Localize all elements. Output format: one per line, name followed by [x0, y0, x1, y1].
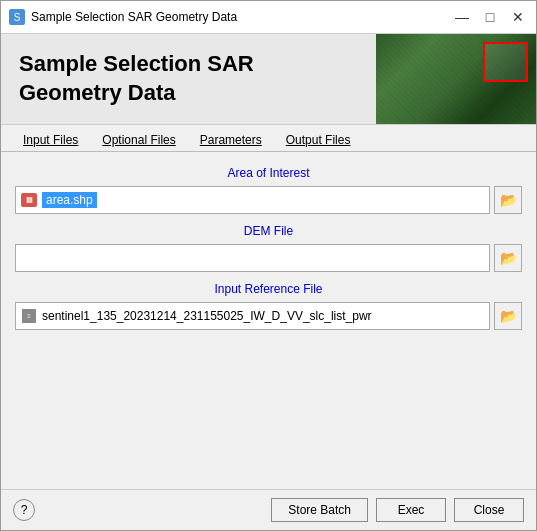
input-reference-input[interactable]: ≡ sentinel1_135_20231214_231155025_IW_D_…: [15, 302, 490, 330]
input-reference-row: ≡ sentinel1_135_20231214_231155025_IW_D_…: [15, 302, 522, 330]
browse-folder-icon: 📂: [500, 192, 517, 208]
minimize-button[interactable]: —: [452, 7, 472, 27]
area-of-interest-label: Area of Interest: [15, 166, 522, 180]
footer-left: ?: [13, 499, 35, 521]
input-reference-browse-button[interactable]: 📂: [494, 302, 522, 330]
nav-tabs: Input Files Optional Files Parameters Ou…: [1, 125, 536, 152]
area-of-interest-input[interactable]: ▤ area.shp: [15, 186, 490, 214]
exec-button[interactable]: Exec: [376, 498, 446, 522]
tab-parameters[interactable]: Parameters: [190, 129, 272, 151]
tab-optional-files[interactable]: Optional Files: [92, 129, 185, 151]
maximize-button[interactable]: □: [480, 7, 500, 27]
header-satellite-image: [376, 34, 536, 124]
txt-file-icon: ≡: [20, 308, 38, 324]
browse-folder-icon-3: 📂: [500, 308, 517, 324]
dem-file-input[interactable]: [15, 244, 490, 272]
input-reference-label: Input Reference File: [15, 282, 522, 296]
window-title: Sample Selection SAR Geometry Data: [31, 10, 452, 24]
tab-input-files[interactable]: Input Files: [13, 129, 88, 151]
dem-file-label: DEM File: [15, 224, 522, 238]
red-selection-box: [483, 42, 528, 82]
shp-file-icon: ▤: [20, 192, 38, 208]
help-button[interactable]: ?: [13, 499, 35, 521]
app-icon: S: [9, 9, 25, 25]
content-area: Area of Interest ▤ area.shp 📂 DEM File 📂: [1, 152, 536, 489]
header-banner: Sample Selection SAR Geometry Data: [1, 34, 536, 125]
area-of-interest-browse-button[interactable]: 📂: [494, 186, 522, 214]
browse-folder-icon-2: 📂: [500, 250, 517, 266]
header-title: Sample Selection SAR Geometry Data: [19, 50, 254, 107]
area-of-interest-value: area.shp: [42, 192, 97, 208]
store-batch-button[interactable]: Store Batch: [271, 498, 368, 522]
tab-output-files[interactable]: Output Files: [276, 129, 361, 151]
close-button-footer[interactable]: Close: [454, 498, 524, 522]
title-bar: S Sample Selection SAR Geometry Data — □…: [1, 1, 536, 34]
dem-file-row: 📂: [15, 244, 522, 272]
header-title-area: Sample Selection SAR Geometry Data: [1, 34, 376, 124]
footer: ? Store Batch Exec Close: [1, 489, 536, 530]
main-window: S Sample Selection SAR Geometry Data — □…: [0, 0, 537, 531]
dem-file-browse-button[interactable]: 📂: [494, 244, 522, 272]
close-button[interactable]: ✕: [508, 7, 528, 27]
window-controls: — □ ✕: [452, 7, 528, 27]
area-of-interest-row: ▤ area.shp 📂: [15, 186, 522, 214]
input-reference-value: sentinel1_135_20231214_231155025_IW_D_VV…: [42, 309, 372, 323]
